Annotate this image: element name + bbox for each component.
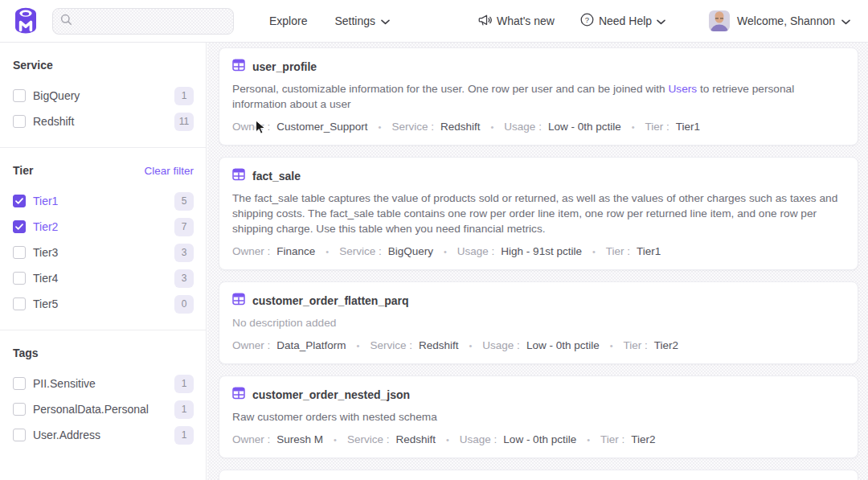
checkbox-unchecked[interactable] [13,297,26,310]
checkbox-unchecked[interactable] [13,429,26,441]
filter-option-tier4[interactable]: Tier4 3 [13,265,194,291]
section-title-tags: Tags [13,347,39,359]
count-badge: 1 [174,87,194,105]
section-title-service: Service [13,59,53,72]
count-badge: 1 [174,375,194,393]
filters-sidebar: Service BigQuery 1 Redshift 11 Tier Clea… [0,43,207,480]
filter-option-redshift[interactable]: Redshift 11 [13,109,194,134]
filter-option-personaldata-personal[interactable]: PersonalData.Personal 1 [13,396,194,422]
count-badge: 7 [174,218,194,236]
clear-filter-link[interactable]: Clear filter [144,165,194,177]
result-card-customer-order-flatten-parq[interactable]: customer_order_flatten_parq No descripti… [219,281,858,364]
svg-text:?: ? [585,15,589,24]
table-icon [232,59,245,75]
need-help-label: Need Help [599,14,652,27]
result-card-customer-order-nested-json[interactable]: customer_order_nested_json Raw customer … [219,375,858,458]
user-avatar[interactable] [709,10,730,31]
dataset-title[interactable]: fact_sale [252,170,301,183]
filter-option-user-address[interactable]: User.Address 1 [13,422,194,448]
chevron-down-icon [381,14,390,27]
nav-settings-label: Settings [334,14,375,27]
filter-option-tier5[interactable]: Tier5 0 [13,291,194,317]
results-list: user_profile Personal, customizable info… [207,43,868,480]
dataset-title[interactable]: customer_order_nested_json [252,388,410,401]
dataset-description: Personal, customizable information for t… [232,81,845,112]
count-badge: 1 [174,400,194,419]
dataset-title[interactable]: customer_order_flatten_parq [252,294,409,307]
dataset-description: The fact_sale table captures the value o… [232,191,845,236]
need-help-menu[interactable]: ? Need Help [580,13,665,29]
checkbox-checked[interactable] [13,220,26,233]
welcome-label: Welcome, Shannon [737,14,835,27]
checkbox-unchecked[interactable] [13,115,26,128]
filter-option-pii-sensitive[interactable]: PII.Sensitive 1 [13,371,194,396]
filter-option-tier3[interactable]: Tier3 3 [13,240,194,265]
result-card-user-profile[interactable]: user_profile Personal, customizable info… [219,47,858,146]
section-title-tier: Tier [13,164,33,177]
count-badge: 5 [174,192,194,211]
checkbox-unchecked[interactable] [13,89,26,102]
user-menu[interactable]: Welcome, Shannon [737,14,850,27]
count-badge: 1 [174,426,194,445]
checkbox-unchecked[interactable] [13,403,26,416]
top-bar: Explore Settings What's new ? [0,0,868,43]
filter-option-bigquery[interactable]: BigQuery 1 [13,83,194,109]
checkbox-unchecked[interactable] [13,377,26,390]
checkbox-unchecked[interactable] [13,272,26,285]
filter-section-service: Service BigQuery 1 Redshift 11 [0,43,206,147]
result-card-customer-order-nested-parq[interactable]: customer_order_nested_parq This is a raw… [219,470,858,480]
result-card-fact-sale[interactable]: fact_sale The fact_sale table captures t… [219,157,858,270]
checkbox-checked[interactable] [13,195,26,207]
table-icon [232,387,245,403]
question-circle-icon: ? [580,13,594,29]
whats-new-button[interactable]: What's new [477,13,555,30]
megaphone-icon [477,13,492,30]
filter-option-tier2[interactable]: Tier2 7 [13,214,194,240]
chevron-down-icon [841,14,850,27]
dataset-description: Raw customer orders with nested schema [232,409,845,425]
dataset-meta: Owner :Customer_Support Service :Redshif… [232,121,845,133]
table-icon [232,293,245,309]
dataset-meta: Owner :Finance Service :BigQuery Usage :… [232,245,845,257]
app-logo-icon[interactable] [13,7,39,35]
count-badge: 3 [174,269,194,288]
dataset-meta: Owner :Data_Platform Service :Redshift U… [232,339,845,351]
whats-new-label: What's new [497,14,555,27]
filter-section-tags: Tags PII.Sensitive 1 PersonalData.Person… [0,330,206,461]
search-input[interactable] [78,15,226,27]
count-badge: 3 [174,244,194,262]
nav-settings[interactable]: Settings [334,14,390,27]
table-icon [232,168,245,184]
search-box[interactable] [52,8,234,35]
count-badge: 0 [174,295,194,314]
dataset-meta: Owner :Suresh M Service :Redshift Usage … [232,433,845,445]
users-link[interactable]: Users [668,83,697,95]
search-icon [60,14,72,29]
filter-section-tier: Tier Clear filter Tier1 5 Tier2 7 Tier3 … [0,147,206,330]
top-bar-right: What's new ? Need Help [477,10,850,31]
checkbox-unchecked[interactable] [13,246,26,259]
chevron-down-icon [657,14,665,27]
dataset-title[interactable]: user_profile [252,60,317,73]
dataset-description-empty: No description added [232,315,845,330]
count-badge: 11 [174,113,194,131]
filter-option-tier1[interactable]: Tier1 5 [13,188,194,214]
nav-explore[interactable]: Explore [269,14,307,27]
